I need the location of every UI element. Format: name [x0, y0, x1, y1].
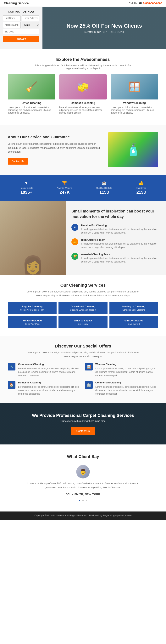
explore-section: Explore the Awesomeness It is a long est…: [0, 49, 166, 124]
motivation-text-1: High Qualified Team It is a long establi…: [81, 238, 160, 249]
motivation-text-2: Awarded Cleaning Team It is a long estab…: [81, 253, 160, 264]
service-tile-sub-4: Get Ready: [61, 323, 105, 325]
motivation-item-1: 👍 High Qualified Team It is a long estab…: [72, 238, 160, 249]
passion-icon: ♥: [72, 224, 78, 231]
service-tile-4[interactable]: What to Expect Get Ready: [58, 316, 107, 328]
service-tile-title-3: What's Included: [10, 319, 54, 322]
service-tile-sub-3: Tailor Your Plan: [10, 323, 54, 325]
special-text-0: Commercial Cleaning Lorem ipsum dolor si…: [18, 363, 81, 377]
stat-awards: 🏆 Awards Winning 247K: [57, 180, 72, 195]
service-tile-title-5: Gift Certificates: [112, 319, 156, 322]
service-tile-0[interactable]: Regular Cleaning Create Your Custom Plan: [8, 302, 56, 314]
site-footer: Copyright © domainname.com. All Rights R…: [0, 512, 166, 520]
site-logo: Cleaning Service: [4, 2, 29, 5]
hero-subheadline: SUMMER SPECIAL DISCOUNT: [66, 30, 142, 34]
dot-2[interactable]: [86, 500, 87, 501]
full-name-input[interactable]: [3, 16, 21, 21]
service-tile-title-2: Moving In Cleaning: [112, 305, 156, 308]
stat-stylists: ☕ Qualified Stylists 1153: [96, 180, 112, 195]
state-select[interactable]: State: [22, 22, 40, 28]
hero-text-block: Now 25% Off For New Clients SUMMER SPECI…: [63, 19, 146, 37]
submit-button[interactable]: SUBMIT: [3, 36, 40, 42]
special-text-1: Window Cleaning Lorem ipsum dolor sit am…: [95, 363, 158, 377]
thumbsup-icon: 👍: [136, 180, 146, 186]
motivation-headline: Small moments of inspiration can boost y…: [72, 208, 160, 219]
hero-headline: Now 25% Off For New Clients: [66, 23, 142, 29]
service-tile-2[interactable]: Moving In Cleaning Schedule Your Cleanin…: [110, 302, 158, 314]
stat-value-3: 2133: [136, 190, 146, 195]
service-tile-title-1: Occasional Cleaning: [61, 305, 105, 308]
motivation-title-1: High Qualified Team: [81, 238, 160, 241]
stat-label-2: Qualified Stylists: [96, 187, 112, 189]
special-description: Lorem ipsum dolor sit amet, consectetur …: [25, 350, 141, 358]
coffee-icon: ☕: [96, 180, 112, 186]
service-tile-5[interactable]: Gift Certificates Give the Gift: [110, 316, 158, 328]
services-description: Lorem ipsum dolor sit amet, consectetur …: [25, 290, 141, 297]
motivation-section: 👩 Small moments of inspiration can boost…: [0, 201, 166, 275]
service-tile-1[interactable]: Occasional Cleaning Cleaning When you Ne…: [58, 302, 107, 314]
commercial-icon-3: 🏢: [85, 381, 93, 389]
office-cleaning-desc: Lorem ipsum dolor sit amet, consectetur …: [8, 106, 56, 114]
carpet-subtitle: Our experts will cleaning them in no tim…: [8, 420, 158, 422]
motivation-desc-0: It is a long established fact that a rea…: [81, 228, 160, 234]
testimonial-section: What Client Say 👨 It uses a dictionary o…: [0, 444, 166, 512]
domestic-cleaning-image: 🧽: [59, 74, 107, 100]
award-icon: 🏆: [72, 253, 78, 260]
call-label: Call Us:: [129, 2, 138, 5]
carpet-section: We Provide Professional Carpet Cleaning …: [0, 403, 166, 444]
carpet-contact-button[interactable]: Contact Us: [71, 427, 95, 435]
services-section: Our Cleaning Services Lorem ipsum dolor …: [0, 275, 166, 336]
service-tile-sub-2: Schedule Your Cleaning: [112, 309, 156, 311]
phone-number[interactable]: 1-888-000-0800: [143, 2, 162, 5]
stat-hair-styles: 👍 Hair Styles 2133: [136, 180, 146, 195]
services-grid: Regular Cleaning Create Your Custom Plan…: [8, 302, 158, 328]
domestic-cleaning-title: Domestic Cleaning: [59, 102, 107, 104]
special-offers-section: Discover Our Special Offers Lorem ipsum …: [0, 336, 166, 403]
email-input[interactable]: [22, 16, 40, 21]
explore-title: Explore the Awesomeness: [8, 57, 158, 62]
service-tile-sub-1: Cleaning When you Need It: [61, 309, 105, 311]
domestic-cleaning-desc: Lorem ipsum dolor sit amet, consectetur …: [59, 106, 107, 114]
stat-value-0: 1035+: [20, 190, 33, 195]
window-icon-1: 🪟: [85, 363, 93, 370]
special-item-title-0: Commercial Cleaning: [18, 363, 81, 366]
about-title: About Our Service and Guarantee: [8, 135, 102, 139]
special-item-title-2: Domestic Cleaning: [18, 381, 81, 384]
site-header: Cleaning Service Call Us: ☎ 1-888-000-08…: [0, 0, 166, 7]
special-item-3: 🏢 Commercial Cleaning Lorem ipsum dolor …: [85, 381, 158, 396]
special-item-2: 🏠 Domestic Cleaning Lorem ipsum dolor si…: [8, 381, 81, 396]
commercial-icon-0: 🔧: [8, 363, 16, 370]
zip-input[interactable]: [3, 29, 40, 34]
office-cleaning-title: Office Cleaning: [8, 102, 56, 104]
motivation-text-0: Passion For Cleaning It is a long establ…: [81, 224, 160, 234]
stat-value-2: 1153: [96, 190, 112, 195]
motivation-desc-1: It is a long established fact that a rea…: [81, 242, 160, 249]
special-item-title-3: Commercial Cleaning: [95, 381, 158, 384]
card-office-cleaning: 🧹 Office Cleaning Lorem ipsum dolor sit …: [8, 74, 56, 119]
special-text-2: Domestic Cleaning Lorem ipsum dolor sit …: [18, 381, 81, 396]
special-item-desc-2: Lorem ipsum dolor sit amet, consectetur …: [18, 385, 81, 396]
stats-section: ♥ Happy Clients 1035+ 🏆 Awards Winning 2…: [0, 175, 166, 201]
testimonial-quote: It uses a dictionary of over 200 Latin w…: [25, 482, 141, 490]
dot-0[interactable]: [79, 500, 80, 501]
special-title: Discover Our Special Offers: [8, 344, 158, 349]
footer-text: Copyright © domainname.com. All Rights R…: [34, 514, 132, 517]
service-tile-3[interactable]: What's Included Tailor Your Plan: [8, 316, 56, 328]
special-item-title-1: Window Cleaning: [95, 363, 158, 366]
explore-description: It is a long established fact that a rea…: [35, 64, 131, 70]
window-cleaning-image: 🪟: [110, 74, 158, 100]
contact-us-button[interactable]: Contact Us: [8, 158, 28, 164]
mobile-input[interactable]: [3, 22, 21, 28]
service-tile-title-4: What to Expect: [61, 319, 105, 322]
dot-1[interactable]: [82, 500, 84, 501]
special-item-desc-0: Lorem ipsum dolor sit amet, consectetur …: [18, 367, 81, 377]
explore-cards-container: 🧹 Office Cleaning Lorem ipsum dolor sit …: [8, 74, 158, 119]
about-image: 🧴: [108, 132, 158, 167]
office-cleaning-image: 🧹: [8, 74, 56, 100]
about-text-block: About Our Service and Guarantee Lorem ip…: [8, 135, 102, 164]
special-text-3: Commercial Cleaning Lorem ipsum dolor si…: [95, 381, 158, 396]
stat-label-0: Happy Clients: [20, 187, 33, 189]
carpet-title: We Provide Professional Carpet Cleaning …: [8, 413, 158, 418]
services-title: Our Cleaning Services: [8, 283, 158, 288]
stat-label-1: Awards Winning: [57, 187, 72, 189]
